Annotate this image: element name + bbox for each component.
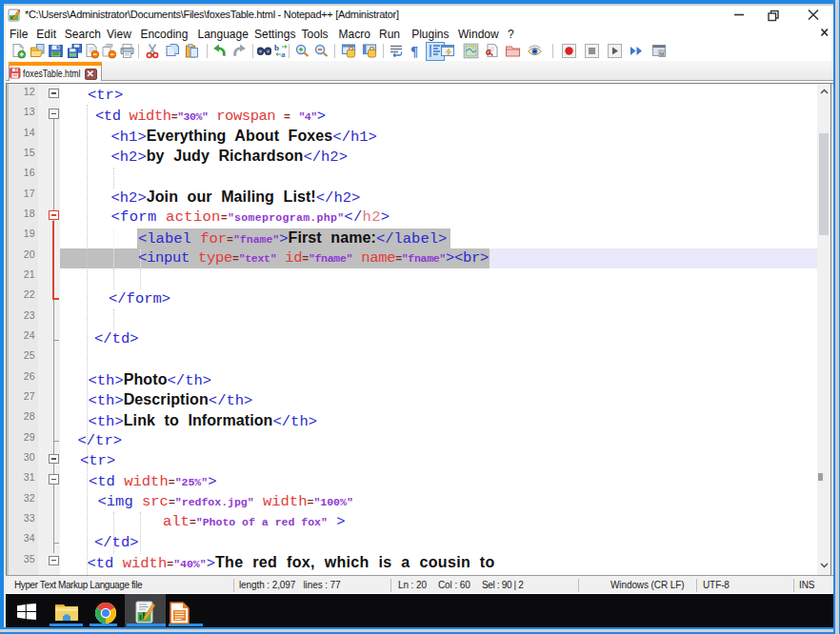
svg-text:M: M <box>660 51 664 57</box>
svg-text:¶: ¶ <box>410 44 418 59</box>
svg-text:b: b <box>274 43 279 52</box>
svg-text:a: a <box>281 50 286 59</box>
